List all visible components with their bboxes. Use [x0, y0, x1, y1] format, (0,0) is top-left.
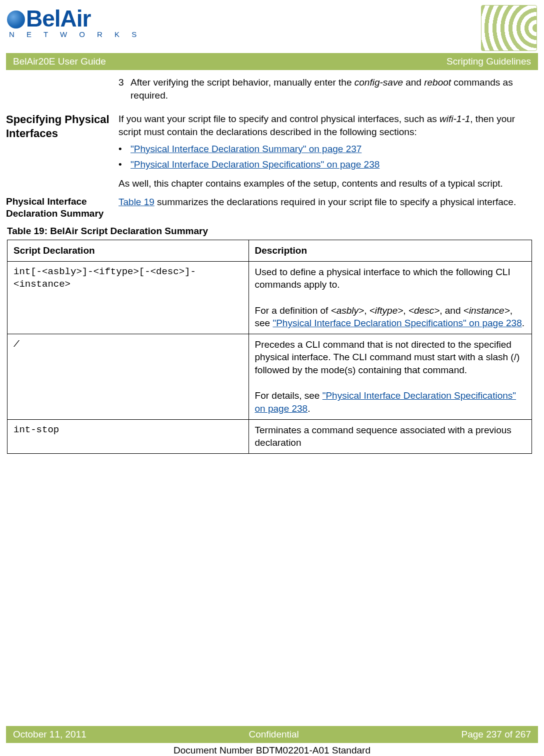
footer-date: October 11, 2011 [13, 729, 86, 740]
table-row: int-stop Terminates a command sequence a… [8, 419, 532, 453]
cell-declaration: int[-<asbly>]-<iftype>[-<desc>]-<instanc… [8, 261, 249, 334]
logo-signal-icon [481, 5, 537, 51]
cell-description: Used to define a physical interface to w… [248, 261, 532, 334]
step-number: 3 [118, 76, 130, 102]
logo-text: BelAir [26, 6, 90, 32]
footer-confidential: Confidential [249, 729, 299, 740]
cell-declaration: / [8, 334, 249, 419]
bullet-icon: • [118, 158, 130, 171]
bullet-icon: • [118, 143, 130, 156]
cell-description: Terminates a command sequence associated… [248, 419, 532, 453]
logo-subtext: N E T W O R K S [7, 30, 142, 39]
logo-belair-networks: BelAir N E T W O R K S [7, 5, 142, 39]
footer-page-number: Page 237 of 267 [462, 729, 531, 740]
table-header-script-declaration: Script Declaration [8, 240, 249, 261]
bullet-item: • "Physical Interface Declaration Summar… [118, 143, 532, 156]
cmd-reboot: reboot [424, 77, 451, 88]
link-declaration-summary[interactable]: "Physical Interface Declaration Summary"… [130, 144, 362, 154]
step-text: After verifying the script behavior, man… [130, 76, 532, 102]
footer-document-number: Document Number BDTM02201-A01 Standard [0, 745, 544, 756]
table-declaration-summary: Script Declaration Description int[-<asb… [7, 240, 532, 454]
heading-specifying-physical-interfaces: Specifying Physical Interfaces [6, 113, 118, 190]
table-caption: Table 19: BelAir Script Declaration Summ… [7, 226, 532, 237]
cmd-config-save: config-save [354, 77, 403, 88]
page-header: BelAir N E T W O R K S [0, 0, 544, 53]
logo-globe-icon [7, 11, 25, 29]
title-bar-right: Scripting Guidelines [446, 56, 531, 67]
cell-declaration: int-stop [8, 419, 249, 453]
title-bar-left: BelAir20E User Guide [13, 56, 106, 67]
link-declaration-specifications[interactable]: "Physical Interface Declaration Specific… [130, 159, 380, 170]
link-declaration-specifications[interactable]: "Physical Interface Declaration Specific… [272, 318, 522, 328]
table-row: / Precedes a CLI command that is not dir… [8, 334, 532, 419]
paragraph: Table 19 summarizes the declarations req… [118, 196, 532, 209]
table-row: int[-<asbly>]-<iftype>[-<desc>]-<instanc… [8, 261, 532, 334]
title-bar: BelAir20E User Guide Scripting Guideline… [6, 53, 538, 70]
heading-declaration-summary: Physical Interface Declaration Summary [6, 196, 118, 220]
cell-description: Precedes a CLI command that is not direc… [248, 334, 532, 419]
paragraph: As well, this chapter contains examples … [118, 177, 532, 190]
bullet-item: • "Physical Interface Declaration Specif… [118, 158, 532, 171]
paragraph: If you want your script file to specify … [118, 113, 532, 138]
example-interface: wifi-1-1 [440, 114, 470, 124]
footer-bar: October 11, 2011 Confidential Page 237 o… [6, 726, 538, 743]
step-3: 3 After verifying the script behavior, m… [118, 76, 532, 102]
link-table-19[interactable]: Table 19 [118, 197, 154, 207]
table-header-description: Description [248, 240, 532, 261]
logo-wordmark: BelAir [7, 5, 142, 32]
